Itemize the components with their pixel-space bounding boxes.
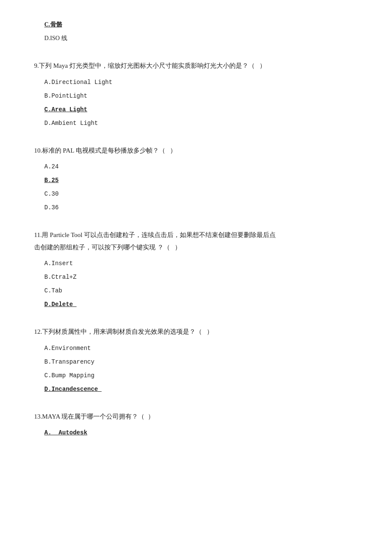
question-10-text: 10.标准的 PAL 电视模式是每秒播放多少帧？（ ） [34, 145, 358, 157]
option-10d: D.36 [44, 202, 358, 214]
option-9c: C.Area Light [44, 104, 358, 116]
option-12c: C.Bump Mapping [44, 370, 358, 382]
question-12-text: 12.下列材质属性中，用来调制材质自发光效果的选项是？（ ） [34, 326, 358, 338]
question-13-text: 13.MAYA 现在属于哪一个公司拥有？（ ） [34, 410, 358, 423]
question-9-text: 9.下列 Maya 灯光类型中，缩放灯光图标大小尺寸能实质影响灯光大小的是？（ … [34, 60, 358, 72]
question-block-skeleton: C.骨骼 D.ISO 线 [34, 19, 358, 44]
option-10a: A.24 [44, 161, 358, 173]
option-10b: B.25 [44, 174, 358, 186]
question-block-11: 11.用 Particle Tool 可以点击创建粒子，连续点击后，如果想不结束… [34, 229, 358, 310]
option-11d: D.Delete [44, 298, 358, 310]
option-9a: A.Directional Light [44, 76, 358, 88]
option-12d: D.Incandescence [44, 383, 358, 395]
question-11-text: 11.用 Particle Tool 可以点击创建粒子，连续点击后，如果想不结束… [34, 229, 358, 253]
option-d-iso: D.ISO 线 [44, 32, 358, 44]
option-12a: A.Environment [44, 342, 358, 354]
question-block-13: 13.MAYA 现在属于哪一个公司拥有？（ ） A. Autodesk [34, 410, 358, 439]
question-block-12: 12.下列材质属性中，用来调制材质自发光效果的选项是？（ ） A.Environ… [34, 326, 358, 395]
option-10c: C.30 [44, 188, 358, 200]
option-c-skeleton: C.骨骼 [44, 19, 358, 31]
option-9d: D.Ambient Light [44, 117, 358, 129]
option-13a: A. Autodesk [44, 427, 358, 439]
question-block-10: 10.标准的 PAL 电视模式是每秒播放多少帧？（ ） A.24 B.25 C.… [34, 145, 358, 214]
question-block-9: 9.下列 Maya 灯光类型中，缩放灯光图标大小尺寸能实质影响灯光大小的是？（ … [34, 60, 358, 129]
option-9b: B.PointLight [44, 90, 358, 102]
option-11a: A.Insert [44, 257, 358, 269]
option-11b: B.Ctral+Z [44, 271, 358, 283]
option-11c: C.Tab [44, 285, 358, 297]
option-12b: B.Transparency [44, 356, 358, 368]
